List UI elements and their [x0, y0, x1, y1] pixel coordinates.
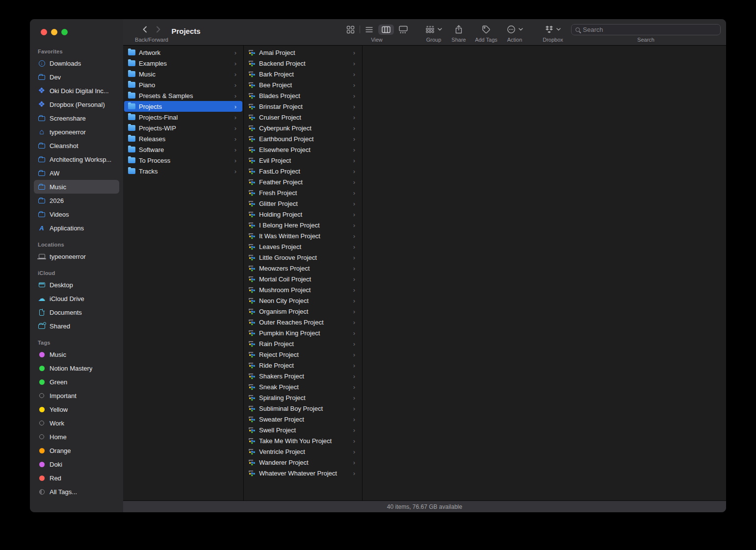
action-button[interactable] [507, 25, 516, 34]
sidebar-item-icloud-drive[interactable]: iCloud Drive [34, 292, 119, 305]
column-view-icon[interactable] [378, 25, 394, 35]
folder-row-projects-wip[interactable]: Projects-WIP › [124, 123, 242, 133]
sidebar-item-red[interactable]: Red [34, 471, 119, 485]
sidebar-item-documents[interactable]: Documents [34, 305, 119, 319]
sidebar-item-doki[interactable]: Doki [34, 457, 119, 471]
sidebar-item-2026[interactable]: 2026 [34, 194, 119, 207]
project-row-glitter-project[interactable]: Glitter Project › [245, 198, 361, 209]
project-row-it-was-written-project[interactable]: It Was Written Project › [245, 230, 361, 241]
search-field[interactable] [571, 24, 721, 35]
project-row-spiraling-project[interactable]: Spiraling Project › [245, 392, 361, 403]
project-row-fastlo-project[interactable]: FastLo Project › [245, 166, 361, 176]
sidebar-item-shared[interactable]: Shared [34, 319, 119, 333]
sidebar-item-videos[interactable]: Videos [34, 207, 119, 221]
project-row-elsewhere-project[interactable]: Elsewhere Project › [245, 144, 361, 155]
project-row-cruiser-project[interactable]: Cruiser Project › [245, 112, 361, 123]
action-chevron-down-icon[interactable] [519, 28, 523, 31]
folder-row-projects[interactable]: Projects › [124, 101, 242, 112]
sidebar-item-oki-doki-digital-inc[interactable]: Oki Doki Digital Inc... [34, 84, 119, 98]
sidebar-item-typeoneerror[interactable]: typeoneerror [34, 250, 119, 263]
gallery-view-icon[interactable] [399, 25, 408, 34]
sidebar-item-typeoneerror[interactable]: typeoneerror [34, 125, 119, 139]
sidebar-item-desktop[interactable]: Desktop [34, 278, 119, 292]
project-row-meowzers-project[interactable]: Meowzers Project › [245, 263, 361, 274]
project-row-amai-project[interactable]: Amai Project › [245, 47, 361, 58]
folder-row-examples[interactable]: Examples › [124, 58, 242, 69]
folder-row-piano[interactable]: Piano › [124, 79, 242, 90]
sidebar-item-dropbox-personal[interactable]: Dropbox (Personal) [34, 98, 119, 111]
project-row-blades-project[interactable]: Blades Project › [245, 90, 361, 101]
sidebar-item-cleanshot[interactable]: Cleanshot [34, 139, 119, 152]
sidebar-item-green[interactable]: Green [34, 375, 119, 389]
project-row-wanderer-project[interactable]: Wanderer Project › [245, 457, 361, 468]
sidebar-item-home[interactable]: Home [34, 430, 119, 444]
list-view-icon[interactable] [365, 25, 373, 34]
folder-row-releases[interactable]: Releases › [124, 133, 242, 144]
project-row-holding-project[interactable]: Holding Project › [245, 209, 361, 220]
sidebar-item-all-tags[interactable]: All Tags... [34, 485, 119, 499]
project-row-fresh-project[interactable]: Fresh Project › [245, 187, 361, 198]
sidebar-item-important[interactable]: Important [34, 389, 119, 402]
zoom-button[interactable] [61, 29, 68, 35]
icon-view-icon[interactable] [346, 25, 355, 34]
project-row-sneak-project[interactable]: Sneak Project › [245, 381, 361, 392]
project-row-leaves-project[interactable]: Leaves Project › [245, 241, 361, 252]
project-row-mortal-coil-project[interactable]: Mortal Coil Project › [245, 274, 361, 284]
project-row-backend-project[interactable]: Backend Project › [245, 58, 361, 69]
minimize-button[interactable] [51, 29, 57, 35]
project-row-brinstar-project[interactable]: Brinstar Project › [245, 101, 361, 112]
close-button[interactable] [41, 29, 47, 35]
folder-row-software[interactable]: Software › [124, 144, 242, 155]
sidebar-item-downloads[interactable]: Downloads [34, 56, 119, 70]
project-row-neon-city-project[interactable]: Neon City Project › [245, 295, 361, 306]
project-row-swell-project[interactable]: Swell Project › [245, 425, 361, 435]
project-row-evil-project[interactable]: Evil Project › [245, 155, 361, 166]
project-row-outer-reaches-project[interactable]: Outer Reaches Project › [245, 317, 361, 327]
dropbox-toolbar-icon[interactable] [545, 25, 553, 33]
sidebar-item-dev[interactable]: Dev [34, 70, 119, 84]
project-row-pumpkin-king-project[interactable]: Pumpkin King Project › [245, 327, 361, 338]
sidebar-item-architecting-worksp[interactable]: Architecting Worksp... [34, 152, 119, 166]
project-row-feather-project[interactable]: Feather Project › [245, 176, 361, 187]
project-row-organism-project[interactable]: Organism Project › [245, 306, 361, 317]
add-tags-button[interactable] [482, 25, 491, 34]
dropbox-chevron-down-icon[interactable] [556, 28, 561, 31]
sidebar-item-music[interactable]: Music [34, 348, 119, 361]
sidebar-item-yellow[interactable]: Yellow [34, 402, 119, 416]
project-row-take-me-with-you-project[interactable]: Take Me With You Project › [245, 435, 361, 446]
folder-row-to-process[interactable]: To Process › [124, 155, 242, 166]
project-row-whatever-whatever-project[interactable]: Whatever Whatever Project › [245, 468, 361, 478]
project-row-earthbound-project[interactable]: Earthbound Project › [245, 133, 361, 144]
back-button[interactable] [141, 25, 149, 33]
sidebar-item-music[interactable]: Music [34, 180, 119, 194]
project-row-cyberpunk-project[interactable]: Cyberpunk Project › [245, 123, 361, 133]
sidebar-item-applications[interactable]: Applications [34, 221, 119, 235]
folder-row-music[interactable]: Music › [124, 69, 242, 79]
project-row-i-belong-here-project[interactable]: I Belong Here Project › [245, 220, 361, 230]
sidebar-item-screenshare[interactable]: Screenshare [34, 111, 119, 125]
project-row-rain-project[interactable]: Rain Project › [245, 338, 361, 349]
project-row-mushroom-project[interactable]: Mushroom Project › [245, 284, 361, 295]
search-input[interactable] [583, 26, 716, 33]
project-row-little-groove-project[interactable]: Little Groove Project › [245, 252, 361, 263]
sidebar-item-notion-mastery[interactable]: Notion Mastery [34, 361, 119, 375]
sidebar-item-work[interactable]: Work [34, 416, 119, 430]
desktop-icon [37, 280, 47, 289]
group-chevron-down-icon[interactable] [438, 28, 442, 31]
share-button[interactable] [455, 25, 463, 34]
folder-row-projects-final[interactable]: Projects-Final › [124, 112, 242, 123]
project-row-subliminal-boy-project[interactable]: Subliminal Boy Project › [245, 403, 361, 414]
project-row-ride-project[interactable]: Ride Project › [245, 360, 361, 371]
project-row-bee-project[interactable]: Bee Project › [245, 79, 361, 90]
project-row-bark-project[interactable]: Bark Project › [245, 69, 361, 79]
project-row-reject-project[interactable]: Reject Project › [245, 349, 361, 360]
sidebar-item-aw[interactable]: AW [34, 166, 119, 180]
folder-row-artwork[interactable]: Artwork › [124, 47, 242, 58]
folder-row-presets-samples[interactable]: Presets & Samples › [124, 90, 242, 101]
project-row-sweater-project[interactable]: Sweater Project › [245, 414, 361, 425]
group-button[interactable] [425, 25, 435, 33]
project-row-shakers-project[interactable]: Shakers Project › [245, 371, 361, 381]
sidebar-item-orange[interactable]: Orange [34, 444, 119, 457]
folder-row-tracks[interactable]: Tracks › [124, 166, 242, 176]
project-row-ventricle-project[interactable]: Ventricle Project › [245, 446, 361, 457]
